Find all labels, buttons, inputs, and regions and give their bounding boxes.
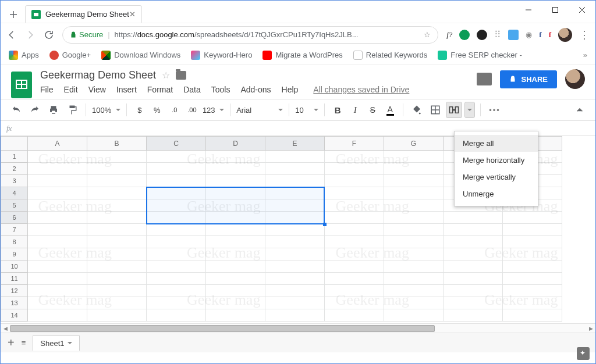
back-button[interactable] [6, 30, 17, 40]
save-status[interactable]: All changes saved in Drive [313, 85, 409, 94]
new-tab-button[interactable] [5, 6, 22, 23]
f-question-icon[interactable]: f? [446, 30, 452, 40]
bookmark-free-serp[interactable]: Free SERP checker - [438, 51, 522, 60]
number-format-dropdown[interactable]: 123 [203, 106, 224, 115]
ext-grid-icon[interactable]: ⠿ [494, 29, 501, 40]
share-button[interactable]: SHARE [500, 70, 557, 88]
comments-button[interactable] [477, 73, 492, 85]
ext-red-f-icon[interactable]: f [549, 30, 551, 40]
hscroll-thumb[interactable] [10, 325, 435, 332]
bookmarks-overflow-button[interactable]: » [583, 51, 587, 59]
row-header[interactable]: 6 [1, 212, 28, 224]
hscroll-left-button[interactable]: ◀ [1, 324, 10, 333]
explore-button[interactable] [577, 347, 590, 360]
print-button[interactable] [46, 102, 61, 117]
menu-format[interactable]: Format [147, 85, 173, 94]
bookmark-keyword-hero[interactable]: Keyword-Hero [191, 51, 252, 60]
browser-menu-button[interactable]: ⋮ [579, 28, 590, 41]
font-size-dropdown[interactable]: 10 [295, 106, 318, 115]
menu-edit[interactable]: Edit [64, 85, 78, 94]
more-tools-button[interactable]: ••• [487, 102, 503, 117]
unmerge-item[interactable]: Unmerge [455, 185, 538, 202]
sheet-tab-menu-icon[interactable] [68, 342, 72, 347]
add-sheet-button[interactable]: + [8, 336, 15, 349]
italic-button[interactable]: I [348, 102, 362, 117]
menu-view[interactable]: View [88, 85, 106, 94]
star-button[interactable]: ☆ [162, 70, 170, 81]
column-header[interactable]: A [28, 137, 87, 151]
row-header[interactable]: 10 [1, 260, 28, 273]
row-header[interactable]: 9 [1, 248, 28, 260]
format-percent-button[interactable]: % [150, 102, 164, 117]
column-header[interactable]: E [265, 137, 325, 151]
column-header[interactable]: F [325, 137, 384, 151]
menu-insert[interactable]: Insert [116, 85, 137, 94]
star-page-button[interactable]: ☆ [424, 30, 431, 39]
window-minimize-button[interactable] [515, 1, 542, 19]
sheet-tab[interactable]: Sheet1 [33, 336, 80, 351]
row-header[interactable]: 7 [1, 224, 28, 236]
window-maximize-button[interactable] [542, 1, 569, 19]
decrease-decimal-button[interactable]: .0 [168, 102, 182, 117]
bookmark-migrate-wordpress[interactable]: Migrate a WordPres [262, 51, 342, 60]
merge-horizontally-item[interactable]: Merge horizontally [455, 152, 538, 169]
bookmark-apps[interactable]: Apps [9, 51, 39, 60]
bookmark-download-windows[interactable]: Download Windows [101, 51, 180, 60]
menu-tools[interactable]: Tools [211, 85, 230, 94]
ext-grammarly-icon[interactable] [459, 30, 470, 40]
window-close-button[interactable] [569, 1, 595, 19]
strikethrough-button[interactable]: S [366, 102, 379, 117]
column-header[interactable]: G [384, 137, 444, 151]
reload-button[interactable] [44, 30, 54, 40]
bookmark-google-plus[interactable]: Google+ [49, 51, 91, 60]
increase-decimal-button[interactable]: .00 [185, 102, 199, 117]
address-bar[interactable]: Secure | https://docs.google.com/spreads… [62, 26, 438, 44]
close-tab-button[interactable]: ✕ [129, 10, 136, 19]
row-header[interactable]: 11 [1, 273, 28, 285]
bold-button[interactable]: B [331, 102, 345, 117]
zoom-dropdown[interactable]: 100% [92, 106, 120, 115]
horizontal-scrollbar[interactable]: ◀ ▶ [1, 323, 595, 333]
menu-addons[interactable]: Add-ons [240, 85, 271, 94]
browser-avatar[interactable] [558, 28, 572, 42]
menu-file[interactable]: File [40, 85, 54, 94]
sheets-logo-icon[interactable] [11, 72, 32, 98]
browser-tab[interactable]: Geekermag Demo Sheet ✕ [25, 5, 142, 23]
row-header[interactable]: 14 [1, 309, 28, 322]
menu-help[interactable]: Help [282, 85, 299, 94]
row-header[interactable]: 4 [1, 187, 28, 199]
ext-k-icon[interactable] [477, 30, 487, 40]
column-header[interactable]: B [87, 137, 147, 151]
merge-cells-dropdown-button[interactable] [465, 102, 474, 117]
column-header[interactable]: C [147, 137, 206, 151]
row-header[interactable]: 13 [1, 297, 28, 309]
paint-format-button[interactable] [65, 102, 80, 117]
account-avatar[interactable] [565, 69, 585, 89]
format-currency-button[interactable]: $ [133, 102, 147, 117]
menu-data[interactable]: Data [183, 85, 201, 94]
borders-button[interactable] [428, 102, 443, 117]
font-family-dropdown[interactable]: Arial [236, 106, 283, 115]
ext-blue-icon[interactable] [508, 30, 519, 40]
select-all-corner[interactable] [1, 137, 28, 151]
hscroll-right-button[interactable]: ▶ [586, 324, 595, 333]
undo-button[interactable] [9, 102, 24, 117]
collapse-toolbar-button[interactable] [572, 102, 587, 117]
fill-color-button[interactable] [409, 102, 424, 117]
move-to-folder-button[interactable] [176, 71, 186, 80]
forward-button[interactable] [25, 30, 36, 40]
bookmark-related-keywords[interactable]: Related Keywords [353, 51, 428, 60]
row-header[interactable]: 1 [1, 151, 28, 163]
merge-cells-button[interactable] [446, 102, 462, 117]
column-header[interactable]: D [206, 137, 265, 151]
row-header[interactable]: 12 [1, 285, 28, 297]
ext-facebook-icon[interactable]: f [539, 30, 541, 40]
row-header[interactable]: 5 [1, 199, 28, 212]
doc-title[interactable]: Geekermag Demo Sheet [40, 69, 156, 81]
all-sheets-button[interactable]: ≡ [22, 338, 26, 347]
redo-button[interactable] [27, 102, 42, 117]
row-header[interactable]: 2 [1, 163, 28, 175]
row-header[interactable]: 8 [1, 236, 28, 248]
merge-all-item[interactable]: Merge all [455, 135, 538, 152]
text-color-button[interactable]: A [383, 102, 397, 117]
